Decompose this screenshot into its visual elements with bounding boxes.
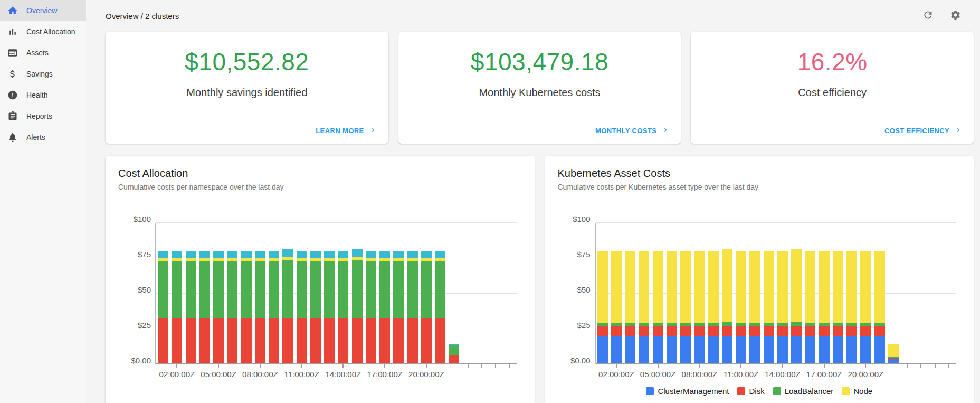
x-axis-tick-label: 20:00:00Z [848, 370, 884, 379]
gridline [156, 363, 517, 364]
stacked-bar [435, 251, 445, 364]
health-alert-icon [7, 90, 18, 100]
stat-value: $103,479.18 [471, 48, 608, 76]
gridline [596, 363, 956, 364]
dollar-icon [7, 69, 18, 79]
sidebar-item-assets[interactable]: Assets [0, 42, 86, 63]
bar-segment [694, 336, 705, 364]
bar-segment [421, 261, 432, 318]
bar-segment [791, 249, 802, 322]
x-axis-tick-label: 17:00:00Z [806, 370, 842, 379]
stat-value: 16.2% [797, 48, 868, 76]
sidebar-item-health[interactable]: Health [0, 85, 86, 106]
bar-segment [736, 326, 746, 336]
x-axis-tick [481, 364, 482, 368]
bar-segment [667, 326, 677, 336]
stacked-bar [241, 251, 252, 364]
legend-label: LoadBalancer [785, 387, 834, 396]
bar-segment [338, 251, 348, 258]
gridline [596, 329, 956, 329]
sidebar-item-reports[interactable]: Reports [0, 106, 86, 127]
chevron-right-icon [369, 126, 377, 135]
bar-segment [297, 261, 307, 318]
refresh-button[interactable] [919, 7, 937, 25]
chevron-right-icon [955, 126, 962, 135]
chevron-right-icon [662, 126, 669, 135]
stacked-bar [421, 251, 432, 364]
legend-label: Node [853, 387, 872, 396]
stacked-bar [653, 251, 663, 364]
bar-segment [874, 326, 885, 336]
bar-segment [199, 251, 210, 258]
bar-segment [736, 251, 746, 324]
legend-item-clustermanagement: ClusterManagement [646, 387, 729, 396]
stacked-bar [749, 251, 760, 364]
sidebar-item-savings[interactable]: Savings [0, 63, 86, 85]
stat-card: $10,552.82Monthly savings identifiedLEAR… [106, 32, 388, 144]
bar-segment [805, 251, 815, 324]
bar-segment [310, 318, 321, 363]
bar-segment [172, 251, 182, 258]
bar-chart-icon [7, 26, 18, 37]
home-icon [7, 5, 18, 16]
bar-segment [736, 336, 746, 364]
bar-segment [653, 326, 663, 336]
chart-title: Cost Allocation [118, 167, 522, 180]
legend-swatch [773, 387, 781, 395]
stat-link-label: LEARN MORE [316, 127, 364, 135]
bar-segment [764, 336, 774, 364]
bar-segment [352, 260, 363, 318]
bar-segment [639, 326, 649, 336]
y-axis-tick-label: $100 [559, 214, 591, 223]
settings-button[interactable] [946, 7, 964, 25]
stat-card-link[interactable]: LEARN MORE [316, 126, 376, 135]
settings-gear-icon [950, 10, 961, 22]
bar-segment [819, 251, 830, 324]
bar-segment [860, 326, 871, 336]
bar-segment [255, 261, 265, 318]
stacked-bar [708, 251, 719, 364]
bar-segment [352, 318, 363, 363]
bar-segment [227, 318, 237, 363]
bar-segment [366, 318, 376, 363]
bar-segment [625, 336, 635, 364]
sidebar-item-label: Savings [26, 70, 53, 78]
stacked-bar [846, 251, 857, 364]
bar-segment [324, 251, 335, 258]
x-axis-tick-label: 14:00:00Z [326, 370, 361, 379]
bar-segment [435, 251, 445, 258]
stacked-bar [324, 251, 335, 364]
stacked-bar [310, 251, 321, 364]
bar-segment [269, 261, 279, 318]
stacked-bar [667, 251, 677, 364]
bar-segment [639, 251, 649, 324]
bar-segment [297, 318, 307, 363]
bar-segment [819, 326, 830, 336]
stat-label: Monthly Kubernetes costs [479, 87, 600, 99]
sidebar-item-cost-allocation[interactable]: Cost Allocation [0, 21, 86, 42]
bar-segment [297, 251, 307, 258]
stacked-bar [393, 251, 404, 364]
x-axis-tick-label: 05:00:00Z [201, 370, 236, 379]
bar-segment [611, 251, 622, 324]
sidebar-item-overview[interactable]: Overview [0, 0, 86, 21]
bar-segment [597, 326, 608, 336]
sidebar-item-alerts[interactable]: Alerts [0, 127, 86, 148]
stacked-bar [227, 251, 237, 364]
stacked-bar [352, 249, 363, 364]
bar-segment [449, 355, 459, 363]
stat-card-link[interactable]: COST EFFICIENCY [884, 126, 962, 135]
bar-segment [241, 251, 252, 258]
bar-segment [227, 251, 237, 258]
sidebar-item-label: Health [26, 91, 47, 99]
bar-segment [379, 318, 390, 363]
chart-legend: ClusterManagementDiskLoadBalancerNode [558, 387, 962, 396]
assets-grid-icon [7, 48, 18, 58]
bar-segment [227, 261, 237, 318]
bell-icon [7, 132, 18, 143]
breadcrumb: Overview / 2 clusters [106, 12, 179, 21]
bar-segment [819, 336, 830, 364]
sidebar-item-label: Assets [26, 49, 49, 57]
stat-card-link[interactable]: MONTHLY COSTS [595, 126, 669, 135]
stat-card: 16.2%Cost efficiencyCOST EFFICIENCY [691, 32, 974, 144]
